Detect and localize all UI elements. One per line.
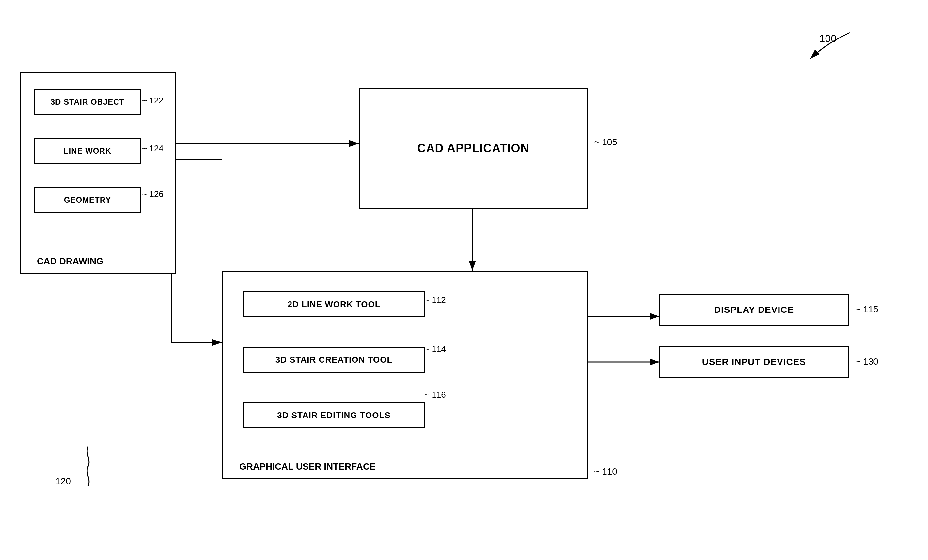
ref-105: ~ 105 xyxy=(594,137,617,148)
ref-130: ~ 130 xyxy=(855,356,878,367)
gui-label: GRAPHICAL USER INTERFACE xyxy=(239,461,376,472)
ref-114: ~ 114 xyxy=(424,344,446,354)
user-input-devices-box: USER INPUT DEVICES xyxy=(659,346,849,378)
ref-112: ~ 112 xyxy=(424,295,446,305)
line-work-tool-box: 2D LINE WORK TOOL xyxy=(243,291,425,317)
line-work-box: LINE WORK xyxy=(34,138,141,164)
cad-application-box: CAD APPLICATION xyxy=(359,88,588,209)
stair-object-box: 3D STAIR OBJECT xyxy=(34,89,141,115)
cad-drawing-label: CAD DRAWING xyxy=(37,256,104,266)
geometry-box: GEOMETRY xyxy=(34,187,141,213)
ref-124: ~ 124 xyxy=(142,143,163,154)
ref-120: 120 xyxy=(55,476,71,487)
display-device-box: DISPLAY DEVICE xyxy=(659,294,849,326)
ref-110: ~ 110 xyxy=(594,466,617,477)
stair-creation-tool-box: 3D STAIR CREATION TOOL xyxy=(243,347,425,373)
diagram: 100 CAD APPLICATION ~ 105 3D STAIR OBJEC… xyxy=(0,0,928,560)
gui-outer-box: 2D LINE WORK TOOL 3D STAIR CREATION TOOL… xyxy=(222,271,588,479)
stair-editing-tools-box: 3D STAIR EDITING TOOLS xyxy=(243,402,425,428)
ref-115: ~ 115 xyxy=(855,304,878,315)
ref-100-arrow xyxy=(797,26,863,65)
ref-126: ~ 126 xyxy=(142,189,163,199)
ref-122: ~ 122 xyxy=(142,96,163,106)
ref-116: ~ 116 xyxy=(424,390,446,400)
